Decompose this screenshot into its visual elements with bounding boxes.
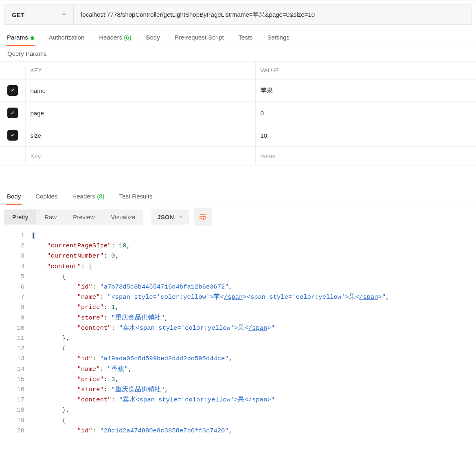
http-method-value: GET bbox=[12, 11, 24, 18]
tab-body[interactable]: Body bbox=[145, 29, 160, 46]
tab-tests[interactable]: Tests bbox=[238, 29, 254, 46]
tab-params-label: Params bbox=[7, 34, 28, 41]
response-body-viewer[interactable]: 1234567891011121314151617181920 { "curre… bbox=[0, 229, 476, 436]
column-header-key: KEY bbox=[25, 62, 255, 79]
param-enabled-checkbox[interactable] bbox=[7, 108, 18, 118]
format-preview[interactable]: Preview bbox=[65, 209, 103, 225]
tab-settings[interactable]: Settings bbox=[267, 29, 290, 46]
tab-headers[interactable]: Headers (6) bbox=[98, 29, 132, 46]
params-active-dot-icon bbox=[31, 36, 34, 40]
wrap-lines-button[interactable] bbox=[194, 208, 212, 226]
column-header-value: VALUE bbox=[255, 62, 476, 79]
http-method-selector[interactable]: GET bbox=[4, 5, 74, 24]
body-type-selector[interactable]: JSON bbox=[151, 209, 189, 225]
tab-cookies[interactable]: Cookies bbox=[35, 188, 58, 205]
table-row: page 0 bbox=[0, 102, 476, 124]
param-value-cell[interactable]: 0 bbox=[255, 102, 476, 124]
tab-test-results[interactable]: Test Results bbox=[118, 188, 154, 205]
table-row-new: Key Value bbox=[0, 147, 476, 165]
tab-response-headers[interactable]: Headers (8) bbox=[71, 188, 105, 205]
param-enabled-checkbox[interactable] bbox=[7, 130, 18, 141]
url-value: localhost:7778/shopController/getLightSh… bbox=[81, 11, 315, 19]
param-key-cell[interactable]: size bbox=[25, 124, 255, 147]
format-visualize[interactable]: Visualize bbox=[103, 209, 144, 225]
param-value-cell[interactable]: 10 bbox=[255, 124, 476, 147]
chevron-down-icon bbox=[61, 11, 67, 18]
tab-authorization[interactable]: Authorization bbox=[48, 29, 86, 46]
param-key-placeholder[interactable]: Key bbox=[25, 147, 255, 165]
table-row: size 10 bbox=[0, 124, 476, 147]
format-raw[interactable]: Raw bbox=[36, 209, 65, 225]
line-number-gutter: 1234567891011121314151617181920 bbox=[0, 231, 32, 436]
chevron-down-icon bbox=[178, 214, 183, 220]
url-input[interactable]: localhost:7778/shopController/getLightSh… bbox=[74, 5, 472, 24]
format-tabs: Pretty Raw Preview Visualize bbox=[4, 209, 143, 225]
param-enabled-checkbox[interactable] bbox=[7, 85, 18, 96]
tab-response-body[interactable]: Body bbox=[6, 188, 22, 205]
query-params-table: KEY VALUE name 苹果 page 0 size 10 Key Val… bbox=[0, 61, 476, 165]
param-key-cell[interactable]: page bbox=[25, 102, 255, 124]
query-params-label: Query Params bbox=[0, 46, 476, 61]
format-pretty[interactable]: Pretty bbox=[4, 209, 36, 225]
tab-params[interactable]: Params bbox=[6, 29, 35, 46]
param-value-placeholder[interactable]: Value bbox=[255, 147, 476, 165]
param-value-cell[interactable]: 苹果 bbox=[255, 79, 476, 102]
format-bar: Pretty Raw Preview Visualize JSON bbox=[0, 205, 476, 229]
request-url-bar: GET localhost:7778/shopController/getLig… bbox=[4, 4, 472, 25]
request-tabs: Params Authorization Headers (6) Body Pr… bbox=[0, 29, 476, 46]
response-tabs: Body Cookies Headers (8) Test Results bbox=[0, 188, 476, 205]
table-row: name 苹果 bbox=[0, 79, 476, 102]
tab-prerequest[interactable]: Pre-request Script bbox=[174, 29, 225, 46]
param-key-cell[interactable]: name bbox=[25, 79, 255, 102]
code-content: { "currentPageSIze": 10, "currentNumber"… bbox=[32, 231, 476, 436]
